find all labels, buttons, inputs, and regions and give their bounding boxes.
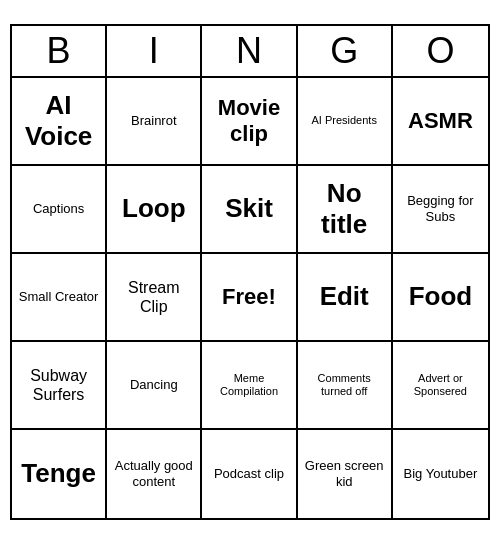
bingo-cell-7: Skit (202, 166, 297, 254)
cell-text-10: Small Creator (19, 289, 98, 305)
cell-text-15: Subway Surfers (18, 366, 99, 404)
bingo-cell-16: Dancing (107, 342, 202, 430)
bingo-card: BINGO AI VoiceBrainrotMovie clipAI Presi… (10, 24, 490, 520)
bingo-cell-14: Food (393, 254, 488, 342)
bingo-cell-24: Big Youtuber (393, 430, 488, 518)
cell-text-14: Food (409, 281, 473, 312)
cell-text-22: Podcast clip (214, 466, 284, 482)
bingo-cell-2: Movie clip (202, 78, 297, 166)
cell-text-18: Comments turned off (304, 372, 385, 398)
bingo-cell-13: Edit (298, 254, 393, 342)
header-letter-b: B (12, 26, 107, 76)
bingo-cell-11: Stream Clip (107, 254, 202, 342)
cell-text-5: Captions (33, 201, 84, 217)
header-letter-g: G (298, 26, 393, 76)
bingo-cell-18: Comments turned off (298, 342, 393, 430)
cell-text-19: Advert or Sponsered (399, 372, 482, 398)
bingo-cell-4: ASMR (393, 78, 488, 166)
bingo-cell-20: Tenge (12, 430, 107, 518)
bingo-grid: AI VoiceBrainrotMovie clipAI PresidentsA… (12, 78, 488, 518)
cell-text-8: No title (304, 178, 385, 240)
bingo-cell-23: Green screen kid (298, 430, 393, 518)
cell-text-0: AI Voice (18, 90, 99, 152)
bingo-cell-9: Begging for Subs (393, 166, 488, 254)
cell-text-12: Free! (222, 284, 276, 310)
cell-text-13: Edit (320, 281, 369, 312)
bingo-cell-15: Subway Surfers (12, 342, 107, 430)
cell-text-24: Big Youtuber (404, 466, 478, 482)
cell-text-23: Green screen kid (304, 458, 385, 489)
bingo-cell-5: Captions (12, 166, 107, 254)
bingo-cell-19: Advert or Sponsered (393, 342, 488, 430)
cell-text-6: Loop (122, 193, 186, 224)
bingo-cell-6: Loop (107, 166, 202, 254)
header-letter-o: O (393, 26, 488, 76)
bingo-cell-0: AI Voice (12, 78, 107, 166)
bingo-cell-3: AI Presidents (298, 78, 393, 166)
bingo-header: BINGO (12, 26, 488, 78)
bingo-cell-1: Brainrot (107, 78, 202, 166)
bingo-cell-21: Actually good content (107, 430, 202, 518)
cell-text-4: ASMR (408, 108, 473, 134)
cell-text-21: Actually good content (113, 458, 194, 489)
cell-text-1: Brainrot (131, 113, 177, 129)
cell-text-16: Dancing (130, 377, 178, 393)
cell-text-17: Meme Compilation (208, 372, 289, 398)
bingo-cell-12: Free! (202, 254, 297, 342)
header-letter-n: N (202, 26, 297, 76)
cell-text-7: Skit (225, 193, 273, 224)
cell-text-11: Stream Clip (113, 278, 194, 316)
cell-text-20: Tenge (21, 458, 96, 489)
cell-text-3: AI Presidents (311, 114, 376, 127)
cell-text-9: Begging for Subs (399, 193, 482, 224)
bingo-cell-22: Podcast clip (202, 430, 297, 518)
header-letter-i: I (107, 26, 202, 76)
bingo-cell-10: Small Creator (12, 254, 107, 342)
bingo-cell-17: Meme Compilation (202, 342, 297, 430)
cell-text-2: Movie clip (208, 95, 289, 148)
bingo-cell-8: No title (298, 166, 393, 254)
